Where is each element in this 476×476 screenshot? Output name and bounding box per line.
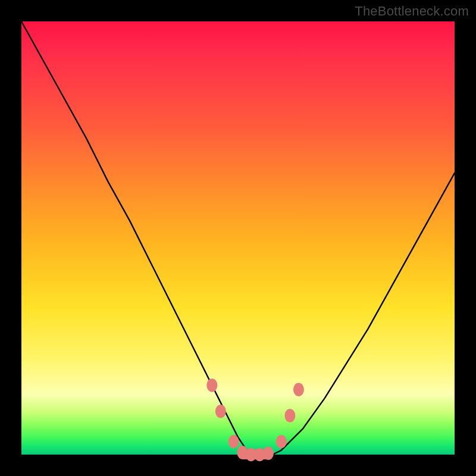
chart-svg [21, 21, 455, 455]
watermark-text: TheBottleneck.com [355, 4, 469, 19]
marker-dot [228, 435, 239, 449]
marker-dot [206, 378, 217, 392]
plot-area [21, 21, 455, 455]
marker-dot [284, 409, 295, 422]
marker-dot [263, 447, 274, 461]
chart-frame: TheBottleneck.com [0, 0, 476, 476]
marker-dot [293, 383, 304, 397]
marker-dot [276, 435, 287, 449]
curve-line [21, 21, 455, 455]
marker-dot [215, 405, 226, 418]
marker-group [206, 378, 304, 461]
